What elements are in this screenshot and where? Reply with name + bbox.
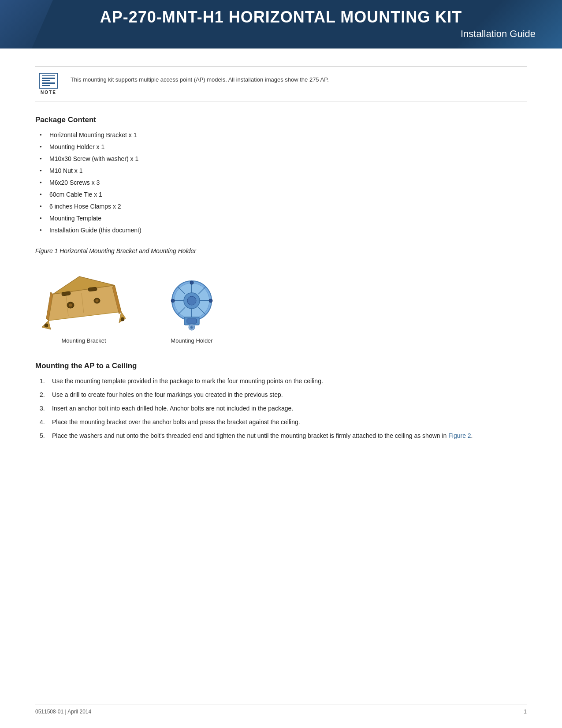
bracket-label: Mounting Bracket	[61, 337, 106, 344]
figure1-caption-italic: Horizontal Mounting Bracket and Mounting…	[60, 247, 196, 254]
mounting-bracket-image	[40, 263, 128, 334]
svg-rect-27	[187, 319, 197, 323]
list-item: M6x20 Screws x 3	[40, 178, 527, 187]
mounting-steps-list: Use the mounting template provided in th…	[40, 377, 527, 441]
list-item: Horizontal Mounting Bracket x 1	[40, 131, 527, 140]
footer-right: 1	[524, 709, 527, 715]
note-label: NOTE	[41, 90, 56, 95]
note-text: This mounting kit supports multiple acce…	[71, 73, 329, 84]
svg-point-24	[171, 299, 175, 302]
svg-point-22	[190, 281, 194, 284]
list-item: M10x30 Screw (with washer) x 1	[40, 154, 527, 164]
note-line-3	[42, 80, 50, 81]
page-footer: 0511508-01 | April 2014 1	[35, 705, 527, 715]
package-content-heading: Package Content	[35, 116, 527, 124]
svg-point-6	[45, 324, 48, 327]
svg-point-1	[69, 304, 72, 307]
mounting-section: Mounting the AP to a Ceiling Use the mou…	[35, 362, 527, 441]
mounting-bracket-figure: Mounting Bracket	[40, 263, 128, 344]
list-item: Mounting Template	[40, 214, 527, 223]
svg-point-7	[121, 317, 124, 321]
footer-left: 0511508-01 | April 2014	[35, 709, 91, 715]
svg-point-25	[209, 299, 212, 302]
list-item: Installation Guide (this document)	[40, 226, 527, 235]
list-item: 6 inches Hose Clamps x 2	[40, 202, 527, 211]
list-item: Use the mounting template provided in th…	[40, 377, 527, 386]
figure1-container: Mounting Bracket	[40, 263, 527, 344]
note-line-2	[42, 78, 55, 78]
list-item: Place the mounting bracket over the anch…	[40, 418, 527, 427]
page-content: NOTE This mounting kit supports multiple…	[0, 49, 562, 467]
list-item: 60cm Cable Tie x 1	[40, 190, 527, 199]
svg-point-3	[96, 299, 99, 302]
mounting-holder-figure: Mounting Holder	[163, 276, 220, 344]
note-line-5	[42, 85, 50, 86]
package-content-section: Package Content Horizontal Mounting Brac…	[35, 116, 527, 235]
list-item: Insert an anchor bolt into each drilled …	[40, 404, 527, 413]
list-item: M10 Nut x 1	[40, 166, 527, 175]
list-item: Use a drill to create four holes on the …	[40, 390, 527, 399]
svg-point-13	[187, 296, 196, 305]
holder-label: Mounting Holder	[171, 337, 212, 344]
package-content-list: Horizontal Mounting Bracket x 1 Mounting…	[40, 131, 527, 235]
note-icon: NOTE	[35, 73, 62, 95]
mounting-holder-image	[163, 276, 220, 334]
figure1-caption-bold: Figure 1	[35, 247, 58, 254]
header-title: AP-270-MNT-H1 Horizontal Mounting Kit	[26, 8, 536, 26]
figure1-caption: Figure 1 Horizontal Mounting Bracket and…	[35, 247, 527, 254]
note-box: NOTE This mounting kit supports multiple…	[35, 66, 527, 101]
svg-rect-5	[88, 287, 97, 291]
note-icon-graphic	[39, 73, 58, 89]
list-item: Mounting Holder x 1	[40, 142, 527, 152]
note-line-4	[42, 82, 55, 83]
page-header: AP-270-MNT-H1 Horizontal Mounting Kit In…	[0, 0, 562, 49]
mounting-section-heading: Mounting the AP to a Ceiling	[35, 362, 527, 370]
figure2-link[interactable]: Figure 2	[448, 432, 471, 439]
header-subtitle: Installation Guide	[26, 28, 536, 40]
note-line-1	[42, 75, 55, 76]
list-item: Place the washers and nut onto the bolt'…	[40, 431, 527, 441]
